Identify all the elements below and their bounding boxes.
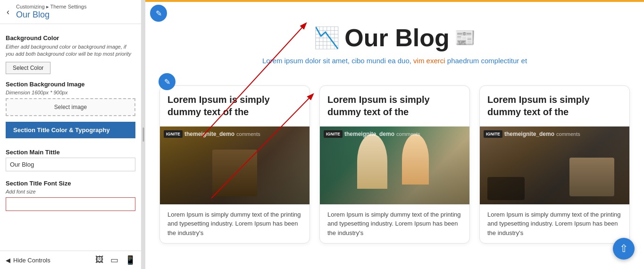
scroll-to-top-button[interactable]: ⇧: [613, 238, 635, 260]
card-2-badge: IGNITE: [324, 130, 343, 138]
card-2-overlay: IGNITE themeignite_demo comments: [324, 130, 420, 138]
blog-header: 📉 Our Blog 📰 Lorem ipsum dolor sit amet,…: [159, 9, 630, 81]
card-3-img-bg: [480, 126, 629, 204]
edit-header-button[interactable]: ✎: [150, 5, 167, 22]
subtitle-part3: phaedrum complectitur et: [447, 57, 527, 65]
section-title-font-size-label: Section Title Font Size: [6, 180, 135, 187]
select-image-box[interactable]: Select image: [6, 98, 135, 116]
section-bg-image-area: Section Background Image Dimension 1600p…: [6, 81, 135, 116]
pencil-icon: ✎: [156, 9, 162, 18]
breadcrumb: Customizing ▸ Theme Settings: [16, 4, 86, 10]
card-3-desc: Lorem Ipsum is simply dummy text of the …: [487, 210, 622, 238]
section-main-title-input[interactable]: [6, 158, 135, 171]
card-3-body: Lorem Ipsum is simply dummy text of the …: [480, 204, 629, 244]
pencil-icon-2: ✎: [164, 77, 170, 86]
blog-icon-left: 📉: [314, 25, 340, 50]
blog-card-2: Lorem Ipsum is simply dummy text of the …: [319, 85, 470, 244]
panel-header: ‹ Customizing ▸ Theme Settings Our Blog: [0, 0, 141, 24]
dimension-text: Dimension 1600px * 900px: [6, 90, 135, 95]
footer-device-icons: 🖼 ▭ 📱: [95, 255, 135, 265]
main-preview-area: ✎ 📉 Our Blog 📰 Lorem ipsum dolor sit ame…: [145, 0, 644, 269]
hide-controls-label: Hide Controls: [13, 257, 50, 264]
card-2-desc: Lorem Ipsum is simply dummy text of the …: [327, 210, 462, 238]
card-2-watermark: themeignite_demo: [344, 131, 394, 137]
card-1-title: Lorem Ipsum is simply dummy text of the: [167, 93, 302, 118]
section-main-title-label: Section Main Tittle: [6, 149, 135, 156]
card-2-title: Lorem Ipsum is simply dummy text of the: [327, 93, 462, 118]
card-1-top: Lorem Ipsum is simply dummy text of the: [160, 86, 309, 126]
blog-icon-right: 📰: [454, 28, 476, 48]
up-arrow-icon: ⇧: [619, 243, 628, 255]
card-3-overlay: IGNITE themeignite_demo comments: [484, 130, 580, 138]
card-1-image: IGNITE themeignite_demo comments: [160, 126, 309, 204]
card-1-body: Lorem Ipsum is simply dummy text of the …: [160, 204, 309, 244]
card-1-watermark: themeignite_demo: [184, 131, 234, 137]
card-2-image: IGNITE themeignite_demo comments: [320, 126, 469, 204]
card-1-overlay: IGNITE themeignite_demo comments: [164, 130, 260, 138]
blog-title-text: Our Blog: [344, 24, 449, 52]
card-3-title: Lorem Ipsum is simply dummy text of the: [487, 93, 622, 118]
card-3-comments: comments: [556, 131, 580, 137]
back-button[interactable]: ‹: [4, 6, 12, 18]
section-bg-image-label: Section Background Image: [6, 81, 135, 88]
desktop-icon[interactable]: 🖼: [95, 255, 104, 265]
card-3-watermark: themeignite_demo: [504, 131, 554, 137]
main-inner: ✎ 📉 Our Blog 📰 Lorem ipsum dolor sit ame…: [145, 0, 644, 253]
card-2-comments: comments: [396, 131, 420, 137]
blog-subtitle: Lorem ipsum dolor sit amet, cibo mundi e…: [159, 56, 630, 67]
subtitle-part2: vim exerci: [413, 57, 447, 65]
customizer-panel: ‹ Customizing ▸ Theme Settings Our Blog …: [0, 0, 142, 269]
resize-handle[interactable]: [142, 0, 145, 269]
background-color-label: Background Color: [6, 34, 135, 42]
card-1-img-bg: [160, 126, 309, 204]
header-text: Customizing ▸ Theme Settings Our Blog: [16, 4, 86, 20]
subtitle-part1: Lorem ipsum dolor sit amet, cibo mundi e…: [262, 57, 411, 65]
card-1-comments: comments: [236, 131, 260, 137]
section-title-typography-button[interactable]: Section Title Color & Typography: [6, 122, 135, 138]
card-1-badge: IGNITE: [164, 130, 183, 138]
card-2-img-bg: [320, 126, 469, 204]
card-2-top: Lorem Ipsum is simply dummy text of the: [320, 86, 469, 126]
card-3-image: IGNITE themeignite_demo comments: [480, 126, 629, 204]
panel-title: Our Blog: [16, 10, 86, 20]
blog-card-1: Lorem Ipsum is simply dummy text of the …: [159, 85, 310, 244]
card-3-badge: IGNITE: [484, 130, 502, 138]
card-2-body: Lorem Ipsum is simply dummy text of the …: [320, 204, 469, 244]
chevron-left-icon: ◀: [6, 257, 10, 264]
section-title-font-size-input[interactable]: [6, 197, 135, 211]
card-3-top: Lorem Ipsum is simply dummy text of the: [480, 86, 629, 126]
add-font-size-hint: Add font size: [6, 189, 135, 194]
blog-cards-row: Lorem Ipsum is simply dummy text of the …: [159, 85, 630, 244]
blog-card-3: Lorem Ipsum is simply dummy text of the …: [479, 85, 630, 244]
tablet-icon[interactable]: ▭: [110, 255, 118, 265]
card-1-desc: Lorem Ipsum is simply dummy text of the …: [167, 210, 302, 238]
panel-scroll-area: Background Color Either add background c…: [0, 24, 141, 251]
edit-cards-button[interactable]: ✎: [159, 73, 176, 90]
blog-title: 📉 Our Blog 📰: [314, 24, 475, 52]
panel-footer: ◀ Hide Controls 🖼 ▭ 📱: [0, 251, 141, 269]
mobile-icon[interactable]: 📱: [125, 255, 135, 265]
background-color-desc: Either add background color or backgroun…: [6, 43, 135, 58]
hide-controls-button[interactable]: ◀ Hide Controls: [6, 257, 50, 264]
select-color-button[interactable]: Select Color: [6, 62, 50, 74]
